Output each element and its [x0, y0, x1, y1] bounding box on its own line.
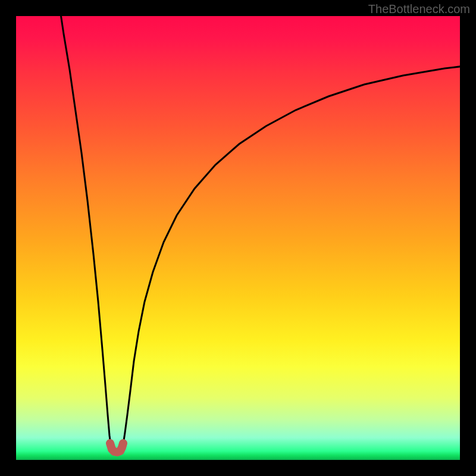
- curve-layer: [16, 16, 460, 460]
- nadir-marker: [110, 443, 123, 452]
- chart-frame: TheBottleneck.com: [0, 0, 476, 476]
- plot-area: [16, 16, 460, 460]
- watermark-text: TheBottleneck.com: [368, 2, 470, 16]
- bottleneck-curve: [60, 16, 460, 452]
